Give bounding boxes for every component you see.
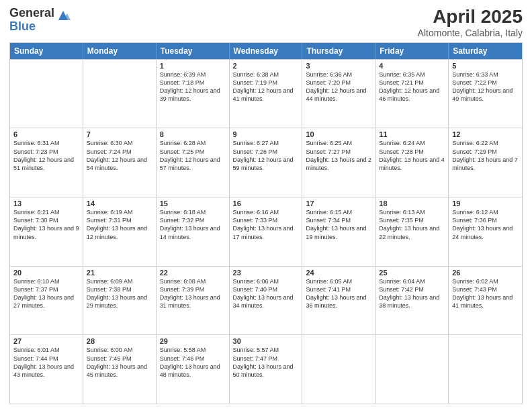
cell-info: Sunrise: 6:25 AM Sunset: 7:27 PM Dayligh… <box>306 139 371 172</box>
cell-info: Sunrise: 6:36 AM Sunset: 7:20 PM Dayligh… <box>306 71 371 103</box>
cell-day-number: 28 <box>87 337 152 345</box>
cell-day-number: 27 <box>13 337 79 345</box>
calendar-cell: 15Sunrise: 6:18 AM Sunset: 7:32 PM Dayli… <box>157 197 230 266</box>
logo-text: General Blue <box>9 7 54 34</box>
page: General Blue April 2025 Altomonte, Calab… <box>0 0 532 411</box>
calendar-cell: 5Sunrise: 6:33 AM Sunset: 7:22 PM Daylig… <box>449 60 522 128</box>
logo-general: General <box>9 7 54 20</box>
cell-day-number: 7 <box>87 130 152 138</box>
calendar-cell: 25Sunrise: 6:04 AM Sunset: 7:42 PM Dayli… <box>375 267 449 335</box>
cal-header-day: Sunday <box>10 43 83 59</box>
cell-info: Sunrise: 6:38 AM Sunset: 7:19 PM Dayligh… <box>233 71 299 103</box>
cell-info: Sunrise: 6:15 AM Sunset: 7:34 PM Dayligh… <box>306 208 371 241</box>
cell-day-number: 29 <box>160 337 226 345</box>
calendar-cell: 26Sunrise: 6:02 AM Sunset: 7:43 PM Dayli… <box>449 267 522 335</box>
cell-info: Sunrise: 6:16 AM Sunset: 7:33 PM Dayligh… <box>233 208 299 241</box>
calendar-cell <box>83 60 157 128</box>
cell-day-number: 26 <box>452 269 519 277</box>
cell-info: Sunrise: 6:05 AM Sunset: 7:41 PM Dayligh… <box>306 277 371 310</box>
cell-info: Sunrise: 6:10 AM Sunset: 7:37 PM Dayligh… <box>13 277 79 310</box>
cell-info: Sunrise: 6:08 AM Sunset: 7:39 PM Dayligh… <box>160 277 226 310</box>
cell-info: Sunrise: 6:06 AM Sunset: 7:40 PM Dayligh… <box>233 277 299 310</box>
cell-day-number: 3 <box>306 62 371 70</box>
cal-header-day: Thursday <box>302 43 375 59</box>
calendar-cell: 28Sunrise: 6:00 AM Sunset: 7:45 PM Dayli… <box>83 335 157 404</box>
calendar-cell: 22Sunrise: 6:08 AM Sunset: 7:39 PM Dayli… <box>157 267 230 335</box>
cell-day-number: 30 <box>233 337 299 345</box>
cell-info: Sunrise: 6:19 AM Sunset: 7:31 PM Dayligh… <box>87 208 152 241</box>
logo: General Blue <box>9 7 71 34</box>
cal-header-day: Wednesday <box>230 43 303 59</box>
cell-day-number: 20 <box>13 269 79 277</box>
cell-day-number: 15 <box>160 199 226 208</box>
cell-info: Sunrise: 5:58 AM Sunset: 7:46 PM Dayligh… <box>160 346 226 379</box>
cell-info: Sunrise: 6:09 AM Sunset: 7:38 PM Dayligh… <box>87 277 152 310</box>
cell-day-number: 14 <box>87 199 152 208</box>
cell-day-number: 17 <box>306 199 371 208</box>
calendar-week: 6Sunrise: 6:31 AM Sunset: 7:23 PM Daylig… <box>10 128 522 197</box>
calendar-cell <box>449 335 522 404</box>
cell-day-number: 9 <box>233 130 299 138</box>
cell-day-number: 10 <box>306 130 371 138</box>
cell-day-number: 18 <box>379 199 445 208</box>
cell-info: Sunrise: 6:01 AM Sunset: 7:44 PM Dayligh… <box>13 346 79 379</box>
cell-info: Sunrise: 6:02 AM Sunset: 7:43 PM Dayligh… <box>452 277 519 310</box>
cell-day-number: 12 <box>452 130 519 138</box>
cell-info: Sunrise: 6:31 AM Sunset: 7:23 PM Dayligh… <box>13 139 79 172</box>
calendar-cell: 30Sunrise: 5:57 AM Sunset: 7:47 PM Dayli… <box>230 335 303 404</box>
cell-info: Sunrise: 6:00 AM Sunset: 7:45 PM Dayligh… <box>87 346 152 379</box>
calendar-cell: 24Sunrise: 6:05 AM Sunset: 7:41 PM Dayli… <box>302 267 375 335</box>
calendar-cell: 14Sunrise: 6:19 AM Sunset: 7:31 PM Dayli… <box>83 197 157 266</box>
calendar-week: 27Sunrise: 6:01 AM Sunset: 7:44 PM Dayli… <box>10 334 522 404</box>
cell-info: Sunrise: 6:24 AM Sunset: 7:28 PM Dayligh… <box>379 139 445 172</box>
calendar-cell: 29Sunrise: 5:58 AM Sunset: 7:46 PM Dayli… <box>157 335 230 404</box>
cal-header-day: Monday <box>83 43 157 59</box>
calendar-cell: 16Sunrise: 6:16 AM Sunset: 7:33 PM Dayli… <box>230 197 303 266</box>
cell-info: Sunrise: 6:39 AM Sunset: 7:18 PM Dayligh… <box>160 71 226 103</box>
cell-day-number: 6 <box>13 130 79 138</box>
cell-info: Sunrise: 6:13 AM Sunset: 7:35 PM Dayligh… <box>379 208 445 241</box>
cell-info: Sunrise: 6:35 AM Sunset: 7:21 PM Dayligh… <box>379 71 445 103</box>
cell-day-number: 11 <box>379 130 445 138</box>
cell-day-number: 1 <box>160 62 226 70</box>
calendar-cell: 8Sunrise: 6:28 AM Sunset: 7:25 PM Daylig… <box>157 128 230 197</box>
cell-info: Sunrise: 6:18 AM Sunset: 7:32 PM Dayligh… <box>160 208 226 241</box>
subtitle: Altomonte, Calabria, Italy <box>418 28 523 38</box>
cal-header-day: Tuesday <box>157 43 230 59</box>
calendar-cell: 17Sunrise: 6:15 AM Sunset: 7:34 PM Dayli… <box>302 197 375 266</box>
cell-day-number: 5 <box>452 62 519 70</box>
logo-icon <box>56 8 71 23</box>
cell-day-number: 16 <box>233 199 299 208</box>
cell-day-number: 8 <box>160 130 226 138</box>
calendar-cell: 2Sunrise: 6:38 AM Sunset: 7:19 PM Daylig… <box>230 60 303 128</box>
cell-info: Sunrise: 6:21 AM Sunset: 7:30 PM Dayligh… <box>13 208 79 241</box>
main-title: April 2025 <box>418 7 523 28</box>
calendar-body: 1Sunrise: 6:39 AM Sunset: 7:18 PM Daylig… <box>10 59 522 404</box>
cell-info: Sunrise: 6:12 AM Sunset: 7:36 PM Dayligh… <box>452 208 519 241</box>
calendar-cell: 4Sunrise: 6:35 AM Sunset: 7:21 PM Daylig… <box>375 60 449 128</box>
calendar-header: SundayMondayTuesdayWednesdayThursdayFrid… <box>10 43 522 59</box>
cell-day-number: 22 <box>160 269 226 277</box>
cell-info: Sunrise: 6:04 AM Sunset: 7:42 PM Dayligh… <box>379 277 445 310</box>
cell-day-number: 4 <box>379 62 445 70</box>
calendar-week: 20Sunrise: 6:10 AM Sunset: 7:37 PM Dayli… <box>10 266 522 335</box>
cell-day-number: 13 <box>13 199 79 208</box>
calendar-cell: 13Sunrise: 6:21 AM Sunset: 7:30 PM Dayli… <box>10 197 83 266</box>
cal-header-day: Saturday <box>449 43 522 59</box>
calendar-cell: 6Sunrise: 6:31 AM Sunset: 7:23 PM Daylig… <box>10 128 83 197</box>
calendar-cell: 10Sunrise: 6:25 AM Sunset: 7:27 PM Dayli… <box>302 128 375 197</box>
calendar-cell: 11Sunrise: 6:24 AM Sunset: 7:28 PM Dayli… <box>375 128 449 197</box>
cell-info: Sunrise: 6:30 AM Sunset: 7:24 PM Dayligh… <box>87 139 152 172</box>
calendar-cell: 1Sunrise: 6:39 AM Sunset: 7:18 PM Daylig… <box>157 60 230 128</box>
calendar-cell: 9Sunrise: 6:27 AM Sunset: 7:26 PM Daylig… <box>230 128 303 197</box>
cell-day-number: 24 <box>306 269 371 277</box>
cell-info: Sunrise: 6:22 AM Sunset: 7:29 PM Dayligh… <box>452 139 519 172</box>
cell-day-number: 19 <box>452 199 519 208</box>
calendar-cell: 12Sunrise: 6:22 AM Sunset: 7:29 PM Dayli… <box>449 128 522 197</box>
calendar-cell <box>302 335 375 404</box>
calendar-cell: 27Sunrise: 6:01 AM Sunset: 7:44 PM Dayli… <box>10 335 83 404</box>
calendar-week: 13Sunrise: 6:21 AM Sunset: 7:30 PM Dayli… <box>10 197 522 266</box>
calendar: SundayMondayTuesdayWednesdayThursdayFrid… <box>9 42 523 404</box>
calendar-week: 1Sunrise: 6:39 AM Sunset: 7:18 PM Daylig… <box>10 59 522 128</box>
cell-day-number: 25 <box>379 269 445 277</box>
